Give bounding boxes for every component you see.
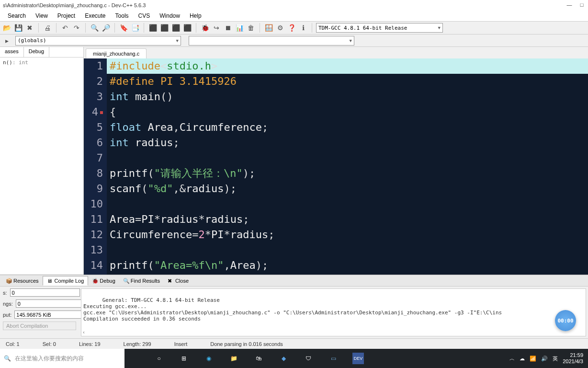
- ime-indicator[interactable]: 英: [553, 355, 558, 362]
- minimize-button[interactable]: —: [566, 2, 573, 9]
- profile-icon[interactable]: 📊: [235, 23, 244, 33]
- compile-run-icon[interactable]: ⬛: [171, 23, 181, 33]
- code-line[interactable]: printf("请输入半径：\n");: [107, 166, 588, 181]
- run-icon[interactable]: ⬛: [159, 23, 169, 33]
- code-body[interactable]: #include<stdio.h>#define PI 3.1415926int…: [107, 58, 588, 275]
- print-icon[interactable]: 🖨: [43, 23, 52, 33]
- bottom-tab-compile-log[interactable]: 🖥Compile Log: [43, 276, 89, 286]
- code-line[interactable]: Circumference=2*PI*radius;: [107, 227, 588, 242]
- tray-up-icon[interactable]: ︿: [509, 355, 515, 362]
- menu-execute[interactable]: Execute: [80, 12, 110, 20]
- warnings-field[interactable]: [16, 299, 86, 308]
- left-tab-debug[interactable]: Debug: [24, 47, 49, 57]
- about-icon[interactable]: ℹ: [298, 23, 308, 33]
- devcpp-icon[interactable]: DEV: [352, 353, 364, 364]
- tab-icon: 🔍: [123, 278, 129, 284]
- status-lines: Lines: 19: [79, 341, 101, 347]
- menu-search[interactable]: Search: [3, 12, 31, 20]
- app-icon-3[interactable]: ▭: [328, 353, 339, 364]
- token-str: "%d": [147, 183, 173, 195]
- close-icon[interactable]: ✖: [25, 23, 34, 33]
- code-line[interactable]: printf("Area=%f\n",Area);: [107, 258, 588, 273]
- new-window-icon[interactable]: 🪟: [264, 23, 273, 33]
- maximize-button[interactable]: □: [578, 2, 585, 9]
- status-bar: Col: 1 Sel: 0 Lines: 19 Length: 299 Inse…: [0, 338, 588, 349]
- bottom-tab-debug[interactable]: 🐞Debug: [88, 276, 119, 285]
- menu-tools[interactable]: Tools: [111, 12, 134, 20]
- redo-icon[interactable]: ↷: [72, 23, 81, 33]
- wifi-icon[interactable]: 📶: [530, 356, 536, 362]
- separator: [114, 23, 115, 33]
- store-icon[interactable]: 🛍: [253, 353, 264, 364]
- output-field[interactable]: [14, 310, 84, 319]
- open-icon[interactable]: 📂: [2, 23, 11, 33]
- debug-icon[interactable]: 🐞: [200, 23, 210, 33]
- code-line[interactable]: [107, 196, 588, 212]
- onedrive-icon[interactable]: ☁: [520, 356, 525, 362]
- left-tab-asses[interactable]: asses: [0, 47, 24, 57]
- timer-badge[interactable]: 00:00: [555, 310, 576, 331]
- bookmark-icon[interactable]: 🔖: [119, 23, 128, 33]
- code-line[interactable]: #include<stdio.h>: [107, 58, 588, 74]
- code-editor[interactable]: 1234567891011121314 #include<stdio.h>#de…: [84, 58, 588, 275]
- help-icon[interactable]: ❓: [287, 23, 296, 33]
- stop-icon[interactable]: ⏹: [223, 23, 233, 33]
- code-line[interactable]: int main(): [107, 89, 588, 104]
- compile-icon[interactable]: ⬛: [148, 23, 158, 33]
- explorer-icon[interactable]: 📁: [228, 353, 239, 364]
- code-line[interactable]: [107, 242, 588, 258]
- app-icon-2[interactable]: 🛡: [303, 353, 314, 364]
- trash-icon[interactable]: 🗑: [246, 23, 256, 33]
- save-icon[interactable]: 💾: [13, 23, 23, 33]
- app-icon-1[interactable]: ◆: [278, 353, 289, 364]
- menu-window[interactable]: Window: [155, 12, 185, 20]
- token-pn: (: [141, 183, 147, 195]
- code-line[interactable]: int radius;: [107, 135, 588, 150]
- taskbar-search[interactable]: 🔍 在这里输入你要搜索的内容: [0, 349, 124, 368]
- edge-icon[interactable]: ◉: [203, 353, 215, 364]
- code-line[interactable]: Area=PI*radius*radius;: [107, 212, 588, 227]
- step-icon[interactable]: ↪: [212, 23, 221, 33]
- bottom-tab-resources[interactable]: 📦Resources: [2, 276, 43, 285]
- code-line[interactable]: [107, 150, 588, 166]
- taskview-icon[interactable]: ⊞: [178, 353, 190, 364]
- token-pn: *: [154, 213, 160, 225]
- scope-icon[interactable]: ▸: [2, 36, 11, 46]
- separator: [144, 23, 144, 33]
- chevron-down-icon: ▼: [350, 38, 352, 43]
- gutter-line: 1: [84, 58, 103, 74]
- gutter-line: 3: [84, 89, 103, 104]
- globals-combo[interactable]: (globals) ▼: [15, 36, 181, 46]
- compiler-combo[interactable]: TDM-GCC 4.8.1 64-bit Release ▼: [316, 23, 443, 33]
- scroll-left-icon[interactable]: ‹: [82, 330, 85, 335]
- chevron-down-icon: ▼: [438, 25, 441, 30]
- undo-icon[interactable]: ↶: [60, 23, 70, 33]
- bottom-tab-close[interactable]: ✖Close: [164, 276, 192, 285]
- token-num: 2: [198, 229, 204, 241]
- volume-icon[interactable]: 🔊: [541, 356, 548, 362]
- rebuild-icon[interactable]: ⬛: [182, 23, 192, 33]
- find-icon[interactable]: 🔍: [90, 23, 99, 33]
- class-browser[interactable]: n(): int: [0, 58, 83, 68]
- goto-icon[interactable]: 📑: [130, 23, 140, 33]
- menu-view[interactable]: View: [31, 12, 53, 20]
- code-line[interactable]: float Area,Circumference;: [107, 120, 588, 135]
- taskbar-clock[interactable]: 21:59 2021/4/3: [563, 352, 583, 365]
- file-tab[interactable]: mianji_zhouchang.c: [86, 48, 147, 58]
- compile-log[interactable]: General: TDM-GCC 4.8.1 64-bit Release Ex…: [81, 288, 586, 336]
- bottom-tab-find-results[interactable]: 🔍Find Results: [119, 276, 164, 285]
- errors-field[interactable]: [10, 288, 80, 297]
- options-icon[interactable]: ⚙: [275, 23, 285, 33]
- replace-icon[interactable]: 🔎: [101, 23, 111, 33]
- menu-cvs[interactable]: CVS: [134, 12, 155, 20]
- output-label: put:: [3, 312, 11, 318]
- token-fn: printf: [110, 167, 147, 179]
- code-line[interactable]: #define PI 3.1415926: [107, 74, 588, 89]
- code-line[interactable]: scanf("%d",&radius);: [107, 181, 588, 196]
- globals-combo-value: (globals): [18, 37, 46, 44]
- code-line[interactable]: {: [107, 104, 588, 120]
- symbol-combo[interactable]: ▼: [189, 36, 354, 46]
- cortana-icon[interactable]: ○: [153, 353, 165, 364]
- menu-help[interactable]: Help: [185, 12, 206, 20]
- menu-project[interactable]: Project: [53, 12, 80, 20]
